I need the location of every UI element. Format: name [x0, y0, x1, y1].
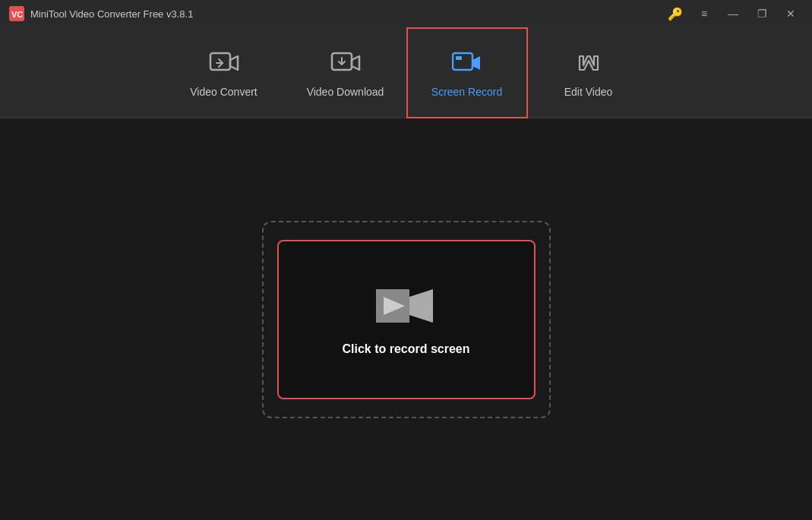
nav-label-screen-record: Screen Record	[431, 86, 502, 98]
close-button[interactable]: ✕	[779, 5, 803, 23]
title-bar-left: VC MiniTool Video Converter Free v3.8.1	[9, 6, 193, 21]
close-icon: ✕	[786, 8, 795, 20]
nav-item-video-download[interactable]: Video Download	[285, 27, 406, 118]
nav-item-edit-video[interactable]: Edit Video	[528, 27, 649, 118]
record-button[interactable]: Click to record screen	[277, 240, 536, 399]
minimize-icon: —	[728, 8, 738, 20]
svg-rect-6	[456, 56, 462, 60]
nav-item-video-convert[interactable]: Video Convert	[163, 27, 285, 118]
key-button[interactable]: 🔑	[663, 5, 687, 23]
main-content: Click to record screen	[0, 118, 812, 520]
edit-video-icon	[573, 48, 604, 78]
screen-record-icon	[452, 48, 482, 78]
maximize-icon: ❐	[757, 8, 767, 20]
maximize-button[interactable]: ❐	[750, 5, 774, 23]
app-logo: VC	[9, 6, 24, 21]
key-icon: 🔑	[668, 7, 683, 21]
minimize-button[interactable]: —	[721, 5, 745, 23]
title-bar: VC MiniTool Video Converter Free v3.8.1 …	[0, 0, 812, 27]
svg-text:VC: VC	[11, 10, 23, 19]
svg-rect-5	[453, 53, 472, 70]
nav-item-screen-record[interactable]: Screen Record	[406, 27, 528, 118]
title-bar-controls: 🔑 ≡ — ❐ ✕	[663, 5, 803, 23]
record-label: Click to record screen	[342, 342, 469, 356]
svg-marker-9	[409, 289, 433, 323]
menu-button[interactable]: ≡	[692, 5, 716, 23]
video-download-icon	[330, 48, 361, 78]
nav-label-video-download: Video Download	[307, 86, 384, 98]
record-camera-icon	[376, 283, 437, 329]
video-convert-icon	[209, 48, 239, 78]
menu-icon: ≡	[701, 8, 707, 20]
app-title: MiniTool Video Converter Free v3.8.1	[30, 8, 193, 20]
nav-label-edit-video: Edit Video	[564, 86, 613, 98]
record-outer-container: Click to record screen	[262, 221, 551, 418]
nav-bar: Video Convert Video Download Screen Reco…	[0, 27, 812, 118]
nav-label-video-convert: Video Convert	[190, 86, 257, 98]
